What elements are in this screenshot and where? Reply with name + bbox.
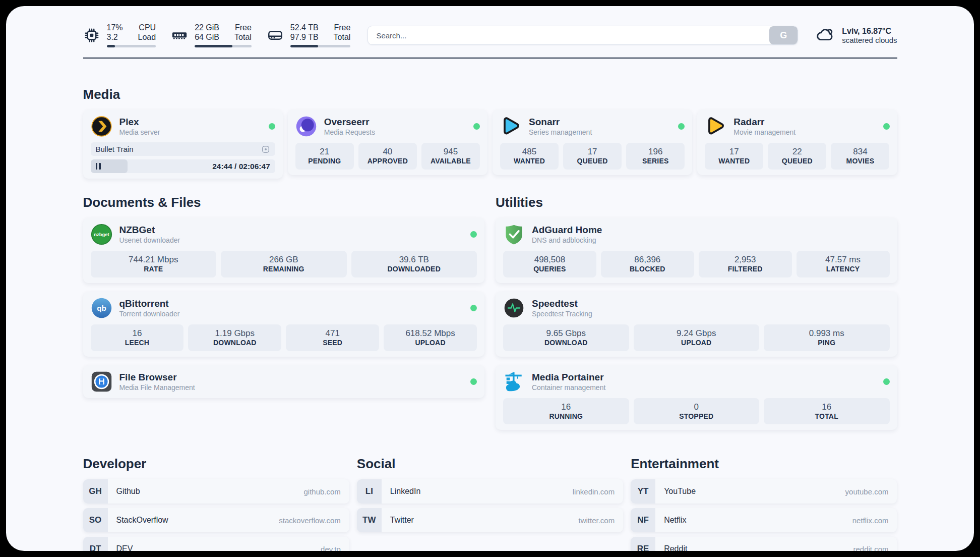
stat-label: RATE [93, 265, 215, 274]
app-description: Media File Management [119, 383, 195, 392]
weather-condition: scattered clouds [842, 36, 897, 44]
metric-progress-fill [290, 45, 318, 47]
stat-box: 0 STOPPED [634, 398, 760, 425]
stat-box: 17 QUEUED [563, 143, 622, 170]
stat-value: 40 [360, 146, 415, 157]
app-card-overseerr[interactable]: Overseerr Media Requests 21 PENDING 40 A… [288, 110, 487, 175]
dashboard-window: 17% CPU 3.2 Load 22 GiB Free 64 GiB Tota… [6, 6, 974, 551]
svg-text:qb: qb [97, 304, 106, 312]
search-input[interactable] [368, 26, 769, 44]
bookmark-label: YouTube [664, 487, 696, 496]
stat-label: LATENCY [799, 265, 888, 274]
bookmark-twitter[interactable]: TW Twitter twitter.com [357, 508, 623, 532]
filebrowser-icon [91, 371, 112, 393]
app-stats: 16 RUNNING 0 STOPPED 16 TOTAL [503, 398, 890, 425]
metric-primary-label: Free [334, 23, 351, 32]
cpu-icon [83, 27, 100, 44]
stat-label: REMAINING [223, 265, 345, 274]
app-stats: 498,508 QUERIES 86,396 BLOCKED 2,953 FIL… [503, 251, 890, 277]
bookmark-label: LinkedIn [390, 487, 421, 496]
bookmark-url: stackoverflow.com [279, 516, 349, 525]
stat-value: 834 [833, 146, 887, 157]
bookmark-group-social: Social LI LinkedIn linkedin.com TW Twitt… [357, 456, 623, 532]
bookmark-label: Netflix [664, 516, 686, 525]
app-card-file-browser[interactable]: File Browser Media File Management [83, 365, 485, 398]
app-stats: 744.21 Mbps RATE 266 GB REMAINING 39.6 T… [91, 251, 477, 277]
app-name: NZBGet [119, 225, 180, 236]
bookmark-abbr-badge: NF [631, 508, 655, 532]
bookmark-linkedin[interactable]: LI LinkedIn linkedin.com [357, 479, 623, 504]
cloud-icon [815, 25, 835, 45]
metric-progress-bar [290, 45, 351, 47]
bookmark-reddit[interactable]: RE Reddit reddit.com [631, 537, 897, 551]
stat-label: LEECH [93, 339, 182, 348]
metric-secondary-label: Total [234, 33, 252, 42]
stat-box: 22 QUEUED [768, 143, 826, 170]
stat-label: AVAILABLE [423, 157, 478, 166]
stat-value: 618.52 Mbps [386, 328, 475, 339]
bookmark-stackoverflow[interactable]: SO StackOverflow stackoverflow.com [83, 508, 349, 532]
stat-value: 47.57 ms [799, 254, 888, 265]
stat-box: 471 SEED [286, 324, 379, 351]
metric-primary-value: 17% [107, 23, 123, 32]
session-device-icon [261, 145, 270, 154]
stat-value: 22 [770, 146, 824, 157]
bookmark-label: Reddit [664, 544, 687, 551]
metric-primary-label: Free [234, 23, 252, 32]
search-engine-button[interactable]: G [769, 26, 798, 44]
stat-value: 266 GB [223, 254, 345, 265]
sonarr-icon [500, 116, 522, 137]
qbittorrent-icon: qb [91, 297, 112, 319]
stat-label: BLOCKED [603, 265, 692, 274]
bookmark-dev[interactable]: DT DEV dev.to [83, 537, 349, 551]
app-card-nzbget[interactable]: nzbget NZBGet Usenet downloader 744.21 M… [83, 218, 485, 283]
bookmark-youtube[interactable]: YT YouTube youtube.com [631, 479, 897, 504]
app-card-speedtest[interactable]: Speedtest Speedtest Tracking 9.65 Gbps D… [496, 292, 897, 357]
stat-value: 9.24 Gbps [636, 328, 758, 339]
app-card-plex[interactable]: Plex Media server Bullet Train 24:44 / 0… [83, 110, 283, 179]
app-card-qbittorrent[interactable]: qb qBittorrent Torrent downloader 16 LEE… [83, 292, 485, 357]
bookmark-group-title: Social [357, 456, 623, 472]
stat-value: 21 [297, 146, 352, 157]
bookmark-url: linkedin.com [573, 487, 623, 496]
bookmark-group-developer: Developer GH Github github.com SO StackO… [83, 456, 349, 551]
app-card-media-portainer[interactable]: Media Portainer Container management 16 … [496, 365, 897, 430]
bookmark-group-entertainment: Entertainment YT YouTube youtube.com NF … [631, 456, 897, 551]
metric-secondary-value: 97.9 TB [290, 33, 319, 42]
bookmark-label: Twitter [390, 516, 414, 525]
section-title-utilities: Utilities [496, 195, 897, 210]
documents-app-stack: nzbget NZBGet Usenet downloader 744.21 M… [83, 218, 485, 398]
system-metric-storage: 52.4 TB Free 97.9 TB Total [267, 23, 351, 47]
ram-icon [171, 27, 188, 44]
app-card-sonarr[interactable]: Sonarr Series management 485 WANTED 17 Q… [493, 110, 692, 175]
bookmark-url: youtube.com [845, 487, 897, 496]
pause-button[interactable] [96, 163, 101, 170]
app-stats: 485 WANTED 17 QUEUED 196 SERIES [500, 143, 685, 170]
stat-value: 16 [766, 402, 888, 412]
metric-primary-value: 22 GiB [195, 23, 219, 32]
stat-label: QUEUED [770, 157, 824, 166]
app-stats: 9.65 Gbps DOWNLOAD 9.24 Gbps UPLOAD 0.99… [503, 324, 890, 351]
app-card-adguard-home[interactable]: AdGuard Home DNS and adblocking 498,508 … [496, 218, 897, 283]
playback-progress: 24:44 / 02:06:47 [91, 159, 275, 173]
stat-label: UPLOAD [386, 339, 475, 348]
bookmark-github[interactable]: GH Github github.com [83, 479, 349, 504]
app-stats: 21 PENDING 40 APPROVED 945 AVAILABLE [295, 143, 480, 170]
stat-box: 16 TOTAL [764, 398, 890, 425]
radarr-icon [705, 116, 726, 137]
stat-value: 2,953 [701, 254, 790, 265]
adguard-icon [503, 224, 525, 245]
app-name: Media Portainer [532, 372, 605, 383]
stat-label: WANTED [707, 157, 761, 166]
app-name: Radarr [733, 117, 795, 128]
status-online-dot [470, 378, 477, 385]
bookmark-netflix[interactable]: NF Netflix netflix.com [631, 508, 897, 532]
app-description: Usenet downloader [119, 236, 180, 244]
bookmark-group-title: Entertainment [631, 456, 897, 472]
bookmark-label: DEV [116, 544, 133, 551]
stat-value: 86,396 [603, 254, 692, 265]
metric-secondary-value: 64 GiB [195, 33, 219, 42]
weather-widget: Lviv, 16.87°C scattered clouds [815, 25, 897, 45]
stat-value: 16 [505, 402, 627, 412]
app-card-radarr[interactable]: Radarr Movie management 17 WANTED 22 QUE… [697, 110, 897, 175]
